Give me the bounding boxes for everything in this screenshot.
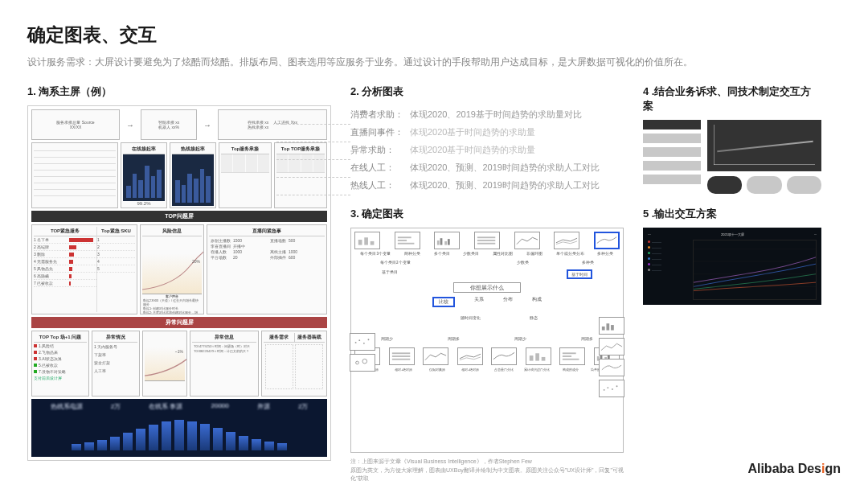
chooser-option: 构成	[532, 297, 542, 302]
svg-point-39	[363, 343, 365, 344]
svg-point-34	[607, 388, 608, 389]
interaction-wireframe	[643, 120, 821, 194]
footer-bar	[136, 429, 145, 450]
chart-type-icon	[559, 347, 585, 365]
dash-banner-top: TOP问题屏	[31, 211, 327, 222]
chart-type-icon	[434, 232, 460, 249]
footer-bar	[252, 439, 261, 451]
footer-bar	[72, 444, 81, 450]
side-icon-b	[599, 338, 624, 355]
section-4-heading: 4 .结合业务诉求、同技术制定交互方案	[643, 84, 821, 113]
svg-rect-12	[477, 243, 495, 244]
dash-top-list: TOP紧急服务 1 名下单 2 高端牌 3 删除 4 无需服务先 5 风物品先 …	[31, 224, 137, 314]
footer-bar	[110, 437, 120, 450]
footer-bar	[84, 442, 94, 450]
svg-rect-8	[445, 241, 448, 245]
chooser-option: 比较	[432, 297, 455, 307]
svg-rect-21	[535, 354, 539, 361]
footer-bar	[277, 443, 287, 450]
chart-type-icon	[554, 232, 579, 249]
brand-logo: Alibaba Design	[747, 462, 841, 476]
svg-rect-7	[440, 239, 443, 245]
svg-rect-19	[391, 359, 409, 360]
svg-rect-23	[563, 353, 576, 355]
analysis-row: 直播间事件：体现2020基于时间趋势的求助量	[350, 123, 624, 141]
side-icon-c	[599, 359, 624, 376]
analysis-list: 消费者求助：体现2020、2019基于时间趋势的求助量对比直播间事件：体现202…	[350, 105, 624, 194]
dash-rate-b: 热线接起率	[170, 142, 216, 208]
dash-online-box: 在线承接 xx热线承接 xx 人工进线 Xxx	[218, 109, 327, 140]
connector-line	[276, 142, 350, 142]
section-5-heading: 5 .输出交互方案	[643, 207, 821, 221]
svg-point-42	[362, 360, 367, 364]
connector-line	[276, 177, 350, 178]
dash-rate-a: 在线接起率 99.2%	[121, 142, 167, 208]
wf-row	[643, 147, 701, 157]
footer-bar	[123, 433, 133, 450]
wf-row-active	[643, 120, 701, 129]
dash-table	[31, 142, 118, 208]
dash-source-box: 服务承接总量 Source XX/XX	[31, 109, 120, 140]
section-3-heading: 3. 确定图表	[350, 207, 624, 221]
connector-line	[276, 124, 350, 125]
svg-rect-32	[611, 325, 614, 331]
svg-point-37	[355, 342, 357, 343]
connector-line	[276, 159, 350, 160]
svg-rect-25	[563, 359, 579, 360]
analysis-row: 热线人工：体现2020、预测、2019时间趋势的求助人工对比	[350, 176, 624, 194]
svg-rect-11	[477, 240, 495, 241]
svg-point-33	[604, 389, 605, 391]
svg-point-36	[616, 386, 618, 388]
footer-bar	[174, 420, 184, 451]
page-subtitle: 设计服务需求：大屏设计要避免为了炫酷而炫酷。排版布局、图表选用等应服务于业务。通…	[27, 54, 841, 70]
wf-row	[643, 134, 701, 143]
analysis-row: 异常求助：体现2020基于时间趋势的求助量	[350, 141, 624, 158]
chooser-center: 你想展示什么	[453, 282, 521, 293]
dash-risk: 风险信息 20% 客户声音 数据23900（天道）/ 过去天内增长最快服务 数据…	[140, 224, 204, 314]
section-2-heading: 2. 分析图表	[350, 84, 624, 99]
connector-line	[276, 195, 350, 195]
svg-rect-20	[530, 355, 534, 361]
output-scheme: ····2021双十一大屏··· ——— ——— ——— ——— ——— ———	[643, 228, 821, 305]
wf-row	[643, 161, 701, 171]
chart-type-icon	[491, 347, 517, 365]
chart-type-icon	[423, 347, 448, 365]
dash-footer-chart: 热线系电源2万 在线系 事源20000 并源2万	[31, 399, 327, 457]
footer-bar	[162, 421, 171, 450]
dash-abn-status: 异常情况 1 天内服务号 下架率 安全打架 人工率	[92, 331, 140, 397]
footer-bar	[213, 428, 223, 451]
page-title: 确定图表、交互	[27, 23, 841, 47]
svg-point-41	[356, 362, 359, 365]
svg-rect-5	[398, 243, 415, 244]
chart-type-icon	[526, 347, 551, 365]
side-icon-e	[350, 333, 375, 351]
dash-top-a: Top服务承接	[219, 142, 272, 208]
svg-rect-2	[371, 241, 375, 245]
side-icon-a	[599, 317, 624, 335]
svg-point-40	[368, 339, 370, 341]
dash-abn-curve: ~1%	[142, 331, 187, 397]
svg-rect-10	[477, 237, 495, 239]
chooser-option: 关系	[474, 297, 484, 302]
chart-type-icon	[457, 347, 483, 365]
svg-rect-4	[398, 240, 407, 241]
svg-point-35	[612, 388, 613, 390]
footer-bar	[97, 440, 107, 450]
chooser-option: 分布	[503, 297, 513, 302]
chart-type-icon	[395, 232, 420, 249]
footer-bar	[264, 442, 274, 450]
side-icon-d	[599, 380, 624, 397]
svg-rect-18	[391, 355, 409, 357]
wf-pill	[747, 176, 781, 194]
chooser-footnote: 注：上图来源于文章《Visual Business Intelligence》，…	[350, 458, 624, 483]
svg-rect-31	[606, 324, 609, 331]
dash-live: 直播间紧急事 原创主播数1500 直播场数500 李喜直播间开播中 在播人数10…	[207, 224, 327, 314]
arrow-icon: →	[122, 109, 138, 140]
analysis-row: 在线人工：体现2020、预测、2019时间趋势的求助人工对比	[350, 158, 624, 176]
dash-abn-need: 服务需求 服务器装载	[261, 331, 327, 397]
svg-rect-17	[391, 353, 409, 355]
chart-type-icon	[514, 232, 540, 249]
svg-rect-24	[563, 355, 571, 357]
footer-bar	[226, 432, 235, 451]
dash-abn-list: TOP Top 场+1 问题 1.风险结 2.飞物品来 3.AI状态决算 5.已…	[31, 331, 89, 397]
